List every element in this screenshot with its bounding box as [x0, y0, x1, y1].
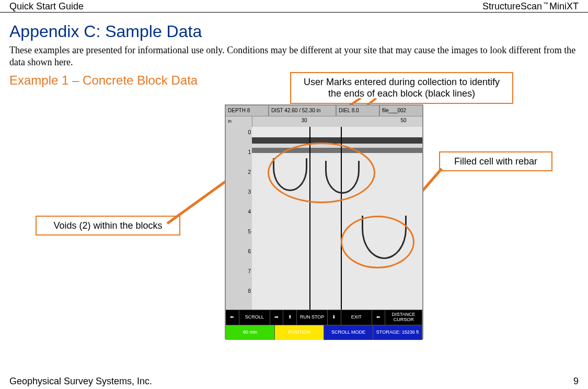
up-arrow-icon: ⬆	[283, 310, 297, 325]
callout-user-marks: User Marks entered during collection to …	[290, 72, 513, 104]
controls-row-bottom: 90 min POSITION SCROLL MODE STORAGE: 152…	[226, 325, 422, 340]
page-header: Quick Start Guide StructureScan ™ MiniXT	[0, 0, 588, 13]
scroll-label: SCROLL	[239, 310, 270, 325]
status-dist: DIST 42.60 / 52.30 in	[269, 105, 337, 116]
device-statusbar: DEPTH 8 DIST 42.60 / 52.30 in DIEL 8.0 f…	[226, 105, 422, 116]
distance-cursor-label: DISTANCE CURSOR	[385, 310, 422, 325]
product-model: MiniXT	[549, 1, 579, 12]
intro-paragraph: These examples are presented for informa…	[9, 44, 579, 69]
footer-company: Geophysical Survey Systems, Inc.	[9, 376, 152, 387]
h-tick: 30	[301, 117, 307, 123]
reflection-band	[252, 137, 422, 144]
horizontal-axis: 30 50	[252, 116, 422, 127]
position-button: POSITION	[275, 325, 324, 340]
scroll-right-arrow-icon: ➡	[270, 310, 284, 325]
v-tick: 4	[248, 208, 251, 214]
status-depth: DEPTH 8	[226, 105, 269, 116]
rebar-highlight-ellipse	[341, 216, 414, 268]
figure-area: User Marks entered during collection to …	[0, 72, 588, 354]
trademark-symbol: ™	[543, 1, 548, 7]
product-name: StructureScan	[482, 1, 542, 12]
scroll-mode-button: SCROLL MODE	[324, 325, 373, 340]
v-tick: 1	[248, 149, 251, 155]
controls-row-top: ⬅ SCROLL ➡ ⬆ RUN STOP ⬇ EXIT ⬅ DISTANCE …	[226, 310, 422, 325]
exit-label: EXIT	[341, 310, 372, 325]
v-tick: 7	[248, 268, 251, 274]
run-stop-label: RUN STOP	[297, 310, 328, 325]
status-file: file___002	[380, 105, 422, 116]
v-unit-label: in	[228, 119, 232, 124]
header-right: StructureScan ™ MiniXT	[482, 1, 579, 12]
storage-status: STORAGE: 15236 ft	[373, 325, 422, 340]
battery-status: 90 min	[226, 325, 275, 340]
down-arrow-icon: ⬇	[328, 310, 341, 325]
device-screenshot: DEPTH 8 DIST 42.60 / 52.30 in DIEL 8.0 f…	[225, 104, 423, 339]
dist-left-arrow-icon: ⬅	[372, 310, 386, 325]
scroll-left-arrow-icon: ⬅	[226, 310, 239, 325]
header-left: Quick Start Guide	[9, 1, 84, 12]
appendix-title: Appendix C: Sample Data	[9, 22, 579, 41]
page-footer: Geophysical Survey Systems, Inc. 9	[0, 376, 588, 387]
v-tick: 0	[248, 129, 251, 135]
voids-highlight-ellipse	[268, 143, 375, 203]
v-tick: 6	[248, 248, 251, 254]
v-tick: 5	[248, 228, 251, 234]
device-controls: ⬅ SCROLL ➡ ⬆ RUN STOP ⬇ EXIT ⬅ DISTANCE …	[226, 310, 422, 340]
vertical-axis: in 0 1 2 3 4 5 6 7 8	[226, 116, 252, 310]
v-tick: 8	[248, 288, 251, 293]
scan-area: in 0 1 2 3 4 5 6 7 8 30 50	[226, 116, 422, 310]
footer-page-number: 9	[573, 376, 579, 387]
v-tick: 3	[248, 188, 251, 194]
callout-filled-cell: Filled cell with rebar	[439, 151, 552, 172]
callout-voids: Voids (2) within the blocks	[36, 216, 180, 236]
v-tick: 2	[248, 169, 251, 174]
status-diel: DIEL 8.0	[337, 105, 380, 116]
h-tick: 50	[400, 117, 406, 123]
